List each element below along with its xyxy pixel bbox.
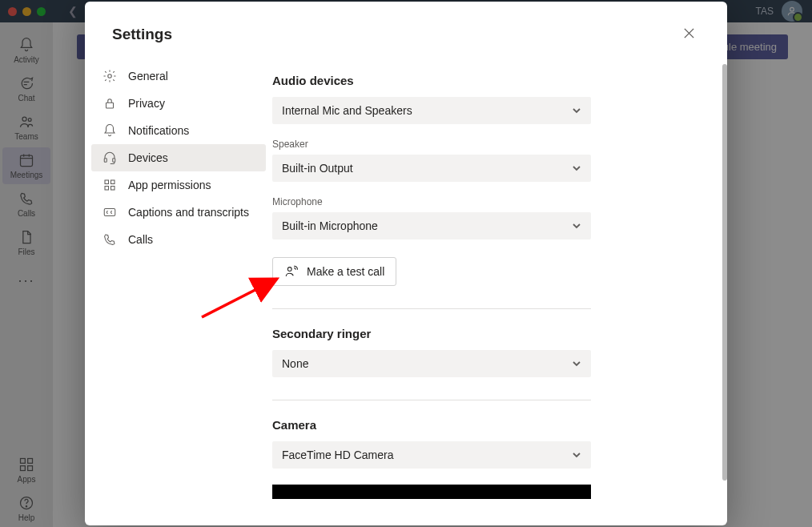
chevron-down-icon bbox=[572, 450, 581, 460]
teams-icon bbox=[18, 114, 34, 130]
svg-rect-4 bbox=[21, 459, 26, 464]
nav-notifications[interactable]: Notifications bbox=[91, 117, 266, 144]
traffic-lights[interactable] bbox=[8, 7, 46, 16]
svg-point-10 bbox=[108, 74, 112, 78]
svg-rect-14 bbox=[105, 180, 109, 184]
chat-icon bbox=[18, 75, 34, 91]
camera-select[interactable]: FaceTime HD Camera bbox=[272, 441, 591, 469]
rail-meetings[interactable]: Meetings bbox=[2, 147, 50, 184]
nav-label: Calls bbox=[128, 233, 153, 246]
rail-label: Calls bbox=[18, 209, 35, 218]
microphone-label: Microphone bbox=[272, 196, 679, 207]
person-call-icon bbox=[284, 264, 299, 279]
rail-label: Chat bbox=[18, 94, 34, 103]
scrollbar[interactable] bbox=[722, 64, 727, 481]
avatar[interactable] bbox=[782, 1, 802, 22]
settings-nav: General Privacy Notifications Devices Ap… bbox=[85, 58, 272, 525]
close-button[interactable] bbox=[678, 22, 700, 46]
rail-more[interactable]: ··· bbox=[18, 263, 34, 299]
svg-rect-15 bbox=[111, 180, 115, 184]
left-rail: Activity Chat Teams Meetings Calls Files bbox=[0, 22, 53, 527]
nav-calls[interactable]: Calls bbox=[91, 226, 266, 253]
help-icon bbox=[18, 495, 34, 511]
user-initials: TAS bbox=[756, 6, 774, 17]
make-test-call-button[interactable]: Make a test call bbox=[272, 257, 396, 286]
chevron-down-icon bbox=[572, 106, 581, 115]
nav-devices[interactable]: Devices bbox=[91, 144, 266, 171]
nav-privacy[interactable]: Privacy bbox=[91, 90, 266, 117]
nav-label: Notifications bbox=[128, 124, 189, 137]
audio-devices-heading: Audio devices bbox=[272, 74, 679, 87]
button-label: Make a test call bbox=[307, 265, 384, 278]
rail-label: Meetings bbox=[10, 171, 43, 179]
divider bbox=[272, 308, 591, 309]
back-icon[interactable]: ❮ bbox=[68, 5, 78, 18]
svg-rect-7 bbox=[28, 466, 33, 471]
divider bbox=[272, 400, 591, 400]
rail-help[interactable]: Help bbox=[2, 490, 50, 527]
svg-rect-11 bbox=[107, 103, 114, 108]
grid-icon bbox=[103, 178, 117, 192]
svg-point-19 bbox=[287, 268, 291, 272]
svg-point-9 bbox=[26, 506, 26, 507]
select-value: Built-in Output bbox=[282, 162, 353, 175]
settings-dialog: Settings General Privacy Notifications D… bbox=[85, 2, 727, 525]
nav-label: Devices bbox=[128, 151, 168, 164]
bell-icon bbox=[103, 123, 117, 138]
nav-label: App permissions bbox=[128, 179, 211, 191]
svg-rect-12 bbox=[104, 159, 107, 163]
secondary-ringer-heading: Secondary ringer bbox=[272, 327, 679, 340]
select-value: FaceTime HD Camera bbox=[282, 449, 394, 461]
phone-icon bbox=[103, 232, 117, 247]
nav-captions[interactable]: Captions and transcripts bbox=[91, 199, 266, 226]
svg-rect-6 bbox=[21, 466, 26, 471]
gear-icon bbox=[103, 69, 117, 83]
speaker-label: Speaker bbox=[272, 139, 679, 150]
svg-point-2 bbox=[28, 119, 31, 122]
svg-rect-17 bbox=[111, 187, 115, 191]
camera-heading: Camera bbox=[272, 418, 679, 432]
svg-point-0 bbox=[790, 7, 794, 11]
rail-label: Apps bbox=[18, 475, 36, 484]
file-icon bbox=[18, 229, 34, 245]
nav-app-permissions[interactable]: App permissions bbox=[91, 171, 266, 199]
svg-rect-3 bbox=[21, 155, 33, 166]
rail-label: Files bbox=[18, 247, 34, 256]
svg-rect-16 bbox=[105, 187, 109, 191]
rail-chat[interactable]: Chat bbox=[2, 70, 50, 107]
chevron-down-icon bbox=[572, 221, 581, 231]
headset-icon bbox=[103, 151, 117, 165]
bell-icon bbox=[18, 37, 34, 53]
camera-preview bbox=[272, 485, 591, 499]
nav-label: General bbox=[128, 70, 168, 82]
svg-rect-18 bbox=[104, 209, 115, 216]
svg-point-1 bbox=[22, 117, 26, 121]
rail-label: Activity bbox=[14, 55, 39, 64]
select-value: Internal Mic and Speakers bbox=[282, 104, 412, 117]
chevron-down-icon bbox=[572, 163, 581, 173]
rail-calls[interactable]: Calls bbox=[2, 186, 50, 223]
rail-activity[interactable]: Activity bbox=[2, 32, 50, 69]
audio-device-select[interactable]: Internal Mic and Speakers bbox=[272, 97, 591, 124]
svg-rect-13 bbox=[113, 159, 115, 163]
select-value: Built-in Microphone bbox=[282, 219, 378, 232]
cc-icon bbox=[103, 205, 117, 219]
svg-rect-5 bbox=[28, 459, 33, 464]
chevron-down-icon bbox=[572, 359, 581, 368]
calendar-icon bbox=[18, 152, 34, 168]
nav-label: Captions and transcripts bbox=[128, 206, 249, 219]
nav-label: Privacy bbox=[128, 97, 165, 110]
rail-files[interactable]: Files bbox=[2, 224, 50, 261]
rail-apps[interactable]: Apps bbox=[2, 452, 50, 489]
close-icon bbox=[683, 27, 695, 39]
microphone-select[interactable]: Built-in Microphone bbox=[272, 212, 591, 239]
rail-label: Teams bbox=[14, 132, 38, 141]
lock-icon bbox=[103, 96, 117, 111]
rail-teams[interactable]: Teams bbox=[2, 109, 50, 146]
speaker-select[interactable]: Built-in Output bbox=[272, 155, 591, 182]
settings-content: Audio devices Internal Mic and Speakers … bbox=[272, 58, 727, 525]
nav-general[interactable]: General bbox=[91, 62, 266, 90]
secondary-ringer-select[interactable]: None bbox=[272, 350, 591, 377]
dialog-title: Settings bbox=[112, 26, 172, 43]
apps-icon bbox=[18, 457, 34, 473]
